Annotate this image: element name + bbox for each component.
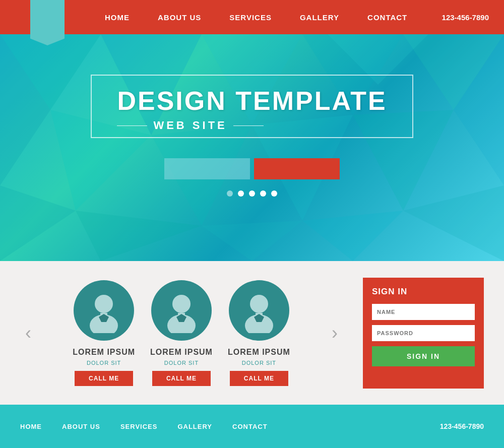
nav-services[interactable]: SERVICES [215, 0, 286, 34]
nav-contact[interactable]: CONTACT [353, 0, 421, 34]
nav-phone: 123-456-7890 [442, 13, 504, 22]
prev-arrow[interactable]: ‹ [20, 323, 36, 344]
team-card-2: LOREM IPSUM DOLOR SIT CALL ME [150, 280, 213, 386]
team-card-1: LOREM IPSUM DOLOR SIT CALL ME [73, 280, 135, 386]
footer-contact[interactable]: CONTACT [232, 423, 268, 430]
svg-marker-15 [0, 185, 76, 261]
nav-home[interactable]: HOME [91, 0, 144, 34]
hero-subtitle-row: WEB SITE [117, 119, 387, 132]
call-btn-2[interactable]: CALL ME [152, 371, 211, 386]
hero-box: DESIGN TEMPLATE WEB SITE [91, 75, 413, 138]
call-btn-3[interactable]: CALL ME [230, 371, 288, 386]
svg-point-26 [250, 295, 268, 313]
hero-subtitle: WEB SITE [153, 119, 227, 132]
avatar-icon-2 [159, 288, 204, 333]
hero-title: DESIGN TEMPLATE [117, 86, 387, 116]
svg-point-22 [172, 295, 191, 313]
hero-content: DESIGN TEMPLATE WEB SITE [0, 34, 504, 197]
avatar-3 [229, 280, 289, 341]
name-input[interactable] [372, 304, 475, 320]
svg-marker-11 [76, 211, 202, 261]
footer-phone: 123-456-7890 [440, 422, 484, 430]
dot-3[interactable] [249, 190, 255, 197]
svg-marker-12 [202, 221, 302, 261]
team-section: ‹ LOREM IPSUM DOLOR SIT CALL ME [0, 261, 504, 405]
hero-btn-light[interactable] [164, 158, 250, 179]
nav-links: HOME ABOUT US SERVICES GALLERY CONTACT [91, 0, 442, 34]
nav-gallery[interactable]: GALLERY [286, 0, 353, 34]
hero-line-right [233, 125, 264, 126]
team-sub-3: DOLOR SIT [242, 360, 276, 366]
nav-about[interactable]: ABOUT US [144, 0, 215, 34]
team-sub-2: DOLOR SIT [164, 360, 199, 366]
team-sub-1: DOLOR SIT [87, 360, 121, 366]
footer-home[interactable]: HOME [20, 423, 42, 430]
footer-about[interactable]: ABOUT US [62, 423, 100, 430]
footer: HOME ABOUT US SERVICES GALLERY CONTACT 1… [0, 405, 504, 448]
bookmark-icon [30, 0, 65, 45]
hero-btn-red[interactable] [254, 158, 340, 179]
footer-gallery[interactable]: GALLERY [177, 423, 212, 430]
dot-5[interactable] [271, 190, 277, 197]
navigation: HOME ABOUT US SERVICES GALLERY CONTACT 1… [0, 0, 504, 34]
svg-marker-13 [302, 211, 403, 261]
dot-1[interactable] [227, 190, 233, 197]
hero-line-left [117, 125, 147, 126]
dot-2[interactable] [238, 190, 244, 197]
dot-4[interactable] [260, 190, 266, 197]
signin-title: SIGN IN [372, 287, 475, 297]
hero-buttons [164, 158, 340, 179]
team-card-3: LOREM IPSUM DOLOR SIT CALL ME [228, 280, 290, 386]
hero-dots [227, 190, 277, 197]
signin-panel: SIGN IN SIGN IN [363, 278, 484, 389]
avatar-icon-3 [236, 288, 282, 333]
call-btn-1[interactable]: CALL ME [75, 371, 133, 386]
avatar-1 [74, 280, 134, 341]
avatar-icon-1 [81, 288, 127, 333]
team-name-1: LOREM IPSUM [73, 348, 135, 357]
hero-section: DESIGN TEMPLATE WEB SITE [0, 34, 504, 261]
svg-marker-14 [403, 185, 504, 261]
avatar-2 [151, 280, 212, 341]
footer-links: HOME ABOUT US SERVICES GALLERY CONTACT [20, 423, 440, 430]
svg-point-18 [95, 295, 113, 313]
team-name-2: LOREM IPSUM [150, 348, 213, 357]
next-arrow[interactable]: › [327, 323, 343, 344]
password-input[interactable] [372, 325, 475, 341]
team-name-3: LOREM IPSUM [228, 348, 290, 357]
team-cards: LOREM IPSUM DOLOR SIT CALL ME LOREM IPSU… [46, 280, 317, 386]
signin-button[interactable]: SIGN IN [372, 346, 475, 366]
footer-services[interactable]: SERVICES [120, 423, 158, 430]
